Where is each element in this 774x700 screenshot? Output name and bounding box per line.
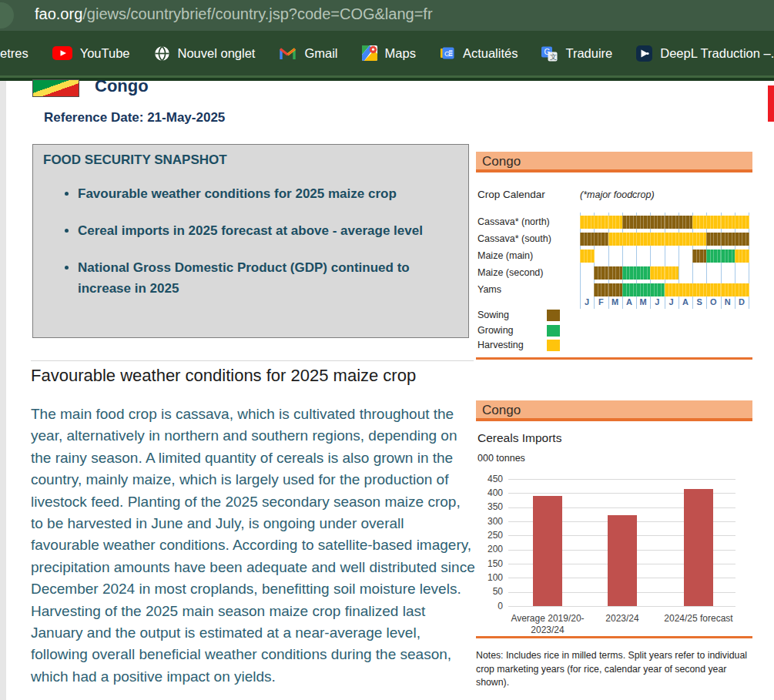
calendar-row-label: Cassava* (south)	[477, 233, 551, 244]
calendar-cell-harvesting	[706, 216, 721, 229]
y-axis-tick-label: 300	[474, 516, 503, 527]
calendar-cell-sowing	[721, 233, 735, 246]
calendar-month-label: J	[665, 297, 679, 306]
globe-icon	[154, 45, 170, 62]
calendar-cell-harvesting	[650, 233, 665, 246]
chart-gridline	[508, 479, 735, 480]
calendar-cell-harvesting	[721, 283, 735, 296]
bookmark-label: Nouvel onglet	[178, 46, 256, 61]
calendar-month-label: M	[636, 297, 650, 306]
calendar-month-label: N	[721, 297, 735, 306]
calendar-cell-sowing	[594, 283, 608, 296]
y-axis-tick-label: 450	[474, 474, 503, 484]
y-axis-tick-label: 200	[474, 544, 503, 554]
calendar-cell-growing	[636, 283, 651, 296]
url-bar[interactable]: fao.org/giews/countrybrief/country.jsp?c…	[0, 0, 774, 31]
youtube-icon	[52, 46, 72, 60]
calendar-cell-harvesting	[721, 216, 735, 229]
import-bar	[608, 515, 637, 606]
bookmark-label: Gmail	[304, 46, 337, 61]
legend-swatch-growing	[547, 325, 560, 337]
calendar-row-label: Yams	[477, 284, 501, 295]
imports-chart-notes: Notes: Includes rice in milled terms. Sp…	[476, 649, 756, 690]
scrollbar-highlight-marker	[768, 85, 774, 122]
crop-calendar-title: Crop Calendar	[477, 189, 545, 200]
article-heading: Favourable weather conditions for 2025 m…	[31, 366, 476, 386]
browser-window: fao.org/giews/countrybrief/country.jsp?c…	[0, 0, 774, 700]
bookmark-actualit-s[interactable]: GActualités	[440, 45, 518, 61]
calendar-month-label: M	[608, 297, 622, 306]
calendar-cell-growing	[650, 283, 665, 296]
bookmark-label: DeepL Traduction –...	[660, 46, 774, 61]
crop-calendar-legend: SowingGrowingHarvesting	[476, 310, 645, 356]
calendar-month-label: D	[735, 297, 749, 306]
calendar-month-label: O	[706, 297, 720, 306]
bookmark-nouvel-onglet[interactable]: Nouvel onglet	[154, 45, 256, 62]
calendar-cell-sowing	[594, 266, 608, 280]
bookmark-etres[interactable]: etres	[0, 46, 28, 61]
y-axis-tick-label: 400	[474, 487, 503, 498]
y-axis-tick-label: 0	[474, 601, 503, 611]
calendar-cell-harvesting	[735, 216, 749, 229]
calendar-cell-harvesting	[580, 216, 595, 229]
bookmarks-bar: etresYouTubeNouvel ongletGmailMapsGActua…	[0, 31, 774, 75]
crop-calendar-chart: Cassava* (north)Cassava* (south)Maize (m…	[476, 213, 755, 313]
calendar-cell-harvesting	[665, 266, 679, 280]
snapshot-bullet-list: Favourable weather conditions for 2025 m…	[33, 183, 468, 299]
browser-chrome-circle	[0, 2, 14, 28]
sidebar-divider-2	[476, 636, 752, 638]
calendar-month-label: S	[692, 297, 706, 306]
calendar-cell-harvesting	[608, 216, 623, 229]
calendar-cell-growing	[622, 266, 637, 280]
calendar-row-label: Maize (main)	[477, 250, 533, 261]
calendar-cell-harvesting	[665, 283, 679, 296]
import-bar	[684, 489, 713, 606]
calendar-cell-sowing	[650, 216, 665, 229]
legend-label-sowing: Sowing	[477, 310, 509, 320]
page-title: Congo	[95, 76, 149, 96]
calendar-cell-harvesting	[735, 250, 749, 263]
import-bar	[533, 496, 562, 606]
calendar-cell-sowing	[692, 250, 707, 263]
bookmark-label: YouTube	[80, 46, 130, 61]
url-path: /giews/countrybrief/country.jsp?code=COG…	[82, 5, 432, 22]
bookmark-deepl-traduction-[interactable]: DeepL Traduction –...	[636, 45, 774, 62]
chart-gridline	[508, 606, 735, 607]
bookmark-label: etres	[0, 46, 28, 61]
imports-bar-chart: 050100150200250300350400450Average 2019/…	[474, 474, 756, 637]
crop-calendar-card-header: Congo	[476, 152, 752, 172]
bookmark-gmail[interactable]: Gmail	[279, 46, 337, 61]
sidebar-divider-1	[476, 357, 752, 360]
calendar-row-label: Cassava* (north)	[477, 216, 550, 227]
calendar-cell-harvesting	[735, 283, 749, 296]
calendar-cell-sowing	[735, 233, 749, 246]
calendar-cell-growing	[622, 283, 637, 296]
calendar-cell-sowing	[665, 216, 679, 229]
url-domain: fao.org	[35, 5, 82, 22]
calendar-cell-harvesting	[636, 233, 651, 246]
news-icon: G	[440, 45, 455, 61]
legend-label-growing: Growing	[477, 325, 514, 336]
reference-date: Reference Date: 21-May-2025	[44, 110, 225, 126]
deepl-icon	[636, 45, 652, 62]
y-axis-tick-label: 50	[474, 586, 503, 597]
calendar-cell-harvesting	[706, 283, 721, 296]
calendar-cell-harvesting	[692, 283, 707, 296]
calendar-cell-harvesting	[608, 233, 623, 246]
calendar-month-label: J	[650, 297, 664, 306]
bookmark-maps[interactable]: Maps	[362, 45, 416, 61]
svg-text:文: 文	[550, 53, 557, 61]
url-text: fao.org/giews/countrybrief/country.jsp?c…	[35, 5, 433, 23]
calendar-cell-harvesting	[580, 250, 595, 263]
calendar-cell-growing	[706, 250, 721, 263]
maps-icon	[362, 45, 377, 61]
bookmark-traduire[interactable]: G文Traduire	[541, 45, 612, 62]
bookmark-youtube[interactable]: YouTube	[52, 46, 130, 61]
y-axis-tick-label: 350	[474, 501, 503, 512]
snapshot-title: FOOD SECURITY SNAPSHOT	[43, 152, 468, 168]
calendar-cell-growing	[636, 266, 651, 280]
snapshot-bullet: National Gross Domestic Product (GDP) co…	[78, 257, 454, 299]
calendar-cell-harvesting	[594, 216, 608, 229]
imports-card-header: Congo	[476, 400, 752, 421]
bookmark-label: Traduire	[565, 46, 612, 61]
